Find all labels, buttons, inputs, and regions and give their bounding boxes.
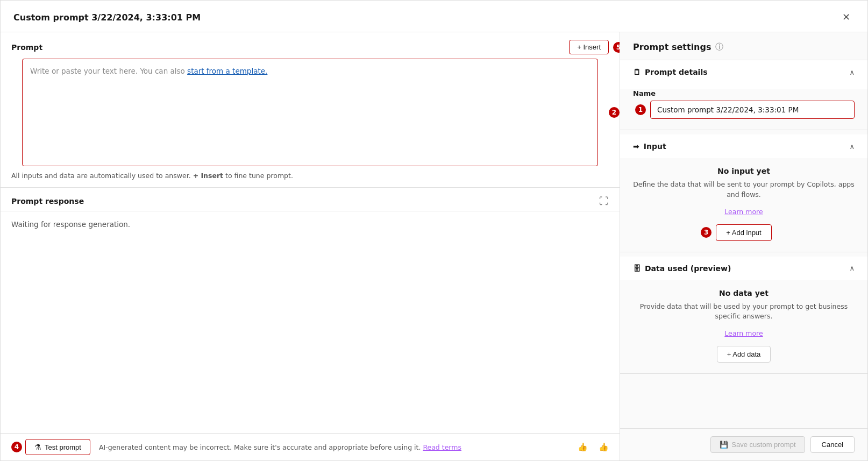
- left-panel: Prompt + Insert 5 Write or paste your te…: [1, 32, 620, 460]
- prompt-placeholder[interactable]: Write or paste your text here. You can a…: [23, 59, 597, 83]
- thumbs-up-icon[interactable]: 👍: [578, 442, 588, 452]
- right-panel-header: Prompt settings ⓘ: [620, 32, 867, 60]
- prompt-label: Prompt: [11, 43, 42, 52]
- input-title: ➡ Input: [633, 142, 666, 151]
- test-prompt-wrapper: 4 ⚗ Test prompt: [11, 439, 90, 455]
- save-icon: 💾: [720, 441, 728, 449]
- modal-titlebar: Custom prompt 3/22/2024, 3:33:01 PM ✕: [1, 1, 867, 32]
- spacer: [620, 378, 867, 428]
- response-label: Prompt response: [11, 197, 84, 205]
- data-used-chevron-icon: ∧: [849, 264, 855, 272]
- data-used-body: No data yet Provide data that will be us…: [620, 280, 867, 374]
- name-input-wrapper: 1: [633, 101, 855, 119]
- prompt-section: Prompt + Insert 5 Write or paste your te…: [1, 32, 620, 188]
- annotation-badge-1: 1: [635, 104, 646, 115]
- read-terms-link[interactable]: Read terms: [423, 443, 461, 451]
- prompt-details-header[interactable]: 🗒 Prompt details ∧: [620, 60, 867, 84]
- input-chevron-icon: ∧: [849, 143, 855, 151]
- data-used-section: 🗄 Data used (preview) ∧ No data yet Prov…: [620, 257, 867, 374]
- prompt-hint: All inputs and data are automatically us…: [1, 166, 620, 187]
- thumbs-down-icon[interactable]: 👎: [599, 442, 609, 452]
- no-data-title: No data yet: [633, 289, 855, 297]
- add-input-wrapper: + Add input 3: [716, 224, 771, 241]
- expand-icon[interactable]: ⛶: [599, 195, 609, 207]
- no-data-desc: Provide data that will be used by your p…: [633, 302, 855, 322]
- template-link[interactable]: start from a template.: [187, 67, 267, 75]
- save-button[interactable]: 💾 Save custom prompt: [710, 436, 805, 453]
- data-learn-more-link[interactable]: Learn more: [633, 329, 855, 337]
- right-panel: Prompt settings ⓘ 🗒 Prompt details ∧ Nam…: [620, 32, 867, 460]
- cancel-button[interactable]: Cancel: [810, 436, 855, 453]
- data-used-header[interactable]: 🗄 Data used (preview) ∧: [620, 257, 867, 280]
- input-section-header[interactable]: ➡ Input ∧: [620, 134, 867, 158]
- input-section: ➡ Input ∧ No input yet Define the data t…: [620, 134, 867, 252]
- input-section-body: No input yet Define the data that will b…: [620, 158, 867, 252]
- right-panel-title: Prompt settings: [633, 42, 711, 52]
- test-prompt-button[interactable]: ⚗ Test prompt: [25, 439, 90, 455]
- add-data-button[interactable]: + Add data: [717, 346, 771, 363]
- close-button[interactable]: ✕: [838, 9, 855, 25]
- modal-overlay: Custom prompt 3/22/2024, 3:33:01 PM ✕ Pr…: [0, 0, 868, 461]
- data-used-title: 🗄 Data used (preview): [633, 264, 731, 273]
- doc-icon: 🗒: [633, 68, 641, 76]
- prompt-textarea-container: Write or paste your text here. You can a…: [11, 59, 609, 166]
- info-icon[interactable]: ⓘ: [715, 42, 723, 52]
- input-icon: ➡: [633, 142, 639, 151]
- right-footer: 💾 Save custom prompt Cancel: [620, 428, 867, 460]
- modal-title: Custom prompt 3/22/2024, 3:33:01 PM: [13, 12, 201, 23]
- beaker-icon: ⚗: [34, 443, 41, 451]
- insert-button[interactable]: + Insert: [569, 40, 609, 54]
- prompt-details-title: 🗒 Prompt details: [633, 68, 708, 76]
- chevron-up-icon: ∧: [849, 68, 855, 76]
- response-section: Prompt response ⛶ Waiting for response g…: [1, 188, 620, 433]
- modal-body: Prompt + Insert 5 Write or paste your te…: [1, 32, 867, 460]
- disclaimer-text: AI-generated content may be incorrect. M…: [99, 443, 567, 451]
- annotation-badge-5: 5: [613, 42, 620, 53]
- annotation-badge-4: 4: [11, 442, 22, 452]
- input-learn-more-link[interactable]: Learn more: [633, 208, 855, 216]
- annotation-badge-3: 3: [701, 227, 712, 238]
- bottom-bar: 4 ⚗ Test prompt AI-generated content may…: [1, 433, 620, 460]
- response-body: Waiting for response generation.: [1, 211, 620, 433]
- annotation-badge-2: 2: [609, 107, 620, 118]
- prompt-details-body: Name 1: [620, 89, 867, 130]
- prompt-textarea-wrapper: Write or paste your text here. You can a…: [22, 59, 598, 166]
- add-input-button[interactable]: + Add input: [716, 224, 771, 241]
- response-header: Prompt response ⛶: [1, 188, 620, 211]
- prompt-section-header: Prompt + Insert 5: [1, 32, 620, 59]
- no-input-desc: Define the data that will be sent to you…: [633, 180, 855, 200]
- insert-btn-wrapper: + Insert 5: [569, 40, 609, 54]
- name-input[interactable]: [650, 101, 855, 119]
- no-input-title: No input yet: [633, 167, 855, 175]
- prompt-details-section: 🗒 Prompt details ∧ Name 1: [620, 60, 867, 130]
- data-icon: 🗄: [633, 264, 641, 273]
- name-field-label: Name: [633, 89, 855, 97]
